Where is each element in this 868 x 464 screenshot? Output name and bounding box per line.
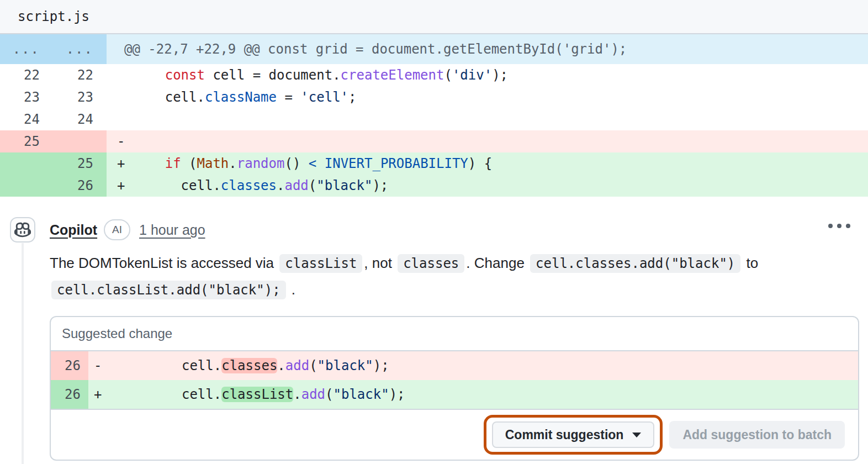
code-token: < — [309, 156, 316, 171]
code-token: "black" — [316, 178, 372, 193]
expand-hunk-down-button[interactable]: ... — [53, 34, 107, 64]
code-token: INVERT_PROBABILITY — [325, 156, 468, 171]
code-token: + cell. — [94, 387, 221, 402]
new-line-number[interactable]: 26 — [53, 175, 107, 197]
comment-text: . Change — [466, 255, 528, 271]
old-line-number[interactable]: 22 — [0, 64, 53, 86]
code-line: - cell.classes.add("black"); — [88, 351, 858, 380]
code-token: cell = document. — [205, 67, 341, 83]
kebab-menu-button[interactable] — [825, 220, 854, 231]
code-token: className — [205, 89, 277, 105]
comment-timestamp-link[interactable]: 1 hour ago — [139, 222, 205, 238]
diff-table: ... ... @@ -22,7 +22,9 @@ const grid = d… — [0, 34, 868, 197]
comment-text: , not — [364, 255, 396, 271]
add-suggestion-to-batch-button[interactable]: Add suggestion to batch — [669, 421, 845, 449]
code-token: ); — [373, 358, 389, 373]
code-token: = — [277, 89, 300, 105]
context-row: 2323 cell.className = 'cell'; — [0, 86, 868, 108]
old-line-number[interactable]: 24 — [0, 108, 53, 130]
comment-body: The DOMTokenList is accessed via classLi… — [50, 250, 854, 303]
code-line: const cell = document.createElement('div… — [107, 64, 868, 86]
old-line-number[interactable] — [0, 152, 53, 175]
code-token: "black" — [317, 358, 373, 373]
kebab-dot — [828, 224, 833, 228]
expand-hunk-up-button[interactable]: ... — [0, 34, 53, 64]
new-line-number[interactable] — [53, 130, 107, 152]
code-token: ( — [309, 178, 316, 193]
code-token: 'cell' — [300, 89, 348, 105]
new-line-number[interactable]: 24 — [53, 108, 107, 130]
suggestion-addition-row: 26+ cell.classList.add("black"); — [51, 380, 858, 409]
suggestion-deletion-row: 26- cell.classes.add("black"); — [51, 351, 858, 380]
new-line-number[interactable]: 23 — [53, 86, 107, 108]
review-comment: Copilot AI 1 hour ago The DOMTokenList i… — [0, 197, 868, 464]
code-line: + if (Math.random() < INVERT_PROBABILITY… — [107, 152, 868, 175]
file-header: script.js — [0, 0, 868, 34]
new-line-number[interactable]: 22 — [53, 64, 107, 86]
old-line-number[interactable]: 23 — [0, 86, 53, 108]
new-line-number[interactable]: 25 — [53, 152, 107, 175]
code-token: classes — [221, 178, 277, 193]
code-token: . — [277, 178, 284, 193]
del-row: 25- — [0, 130, 868, 152]
code-token: ( — [181, 156, 197, 171]
inline-code: classes — [398, 254, 464, 273]
hunk-header-text: @@ -22,7 +22,9 @@ const grid = document.… — [107, 34, 868, 64]
code-token: const — [165, 67, 205, 83]
code-token: + cell. — [117, 178, 221, 193]
pr-diff-view: script.js ... ... @@ -22,7 +22,9 @@ cons… — [0, 0, 868, 464]
thread-line — [22, 243, 24, 464]
code-token: + — [117, 156, 165, 171]
code-token: ); — [389, 387, 405, 402]
comment-text: to — [742, 255, 758, 271]
code-token: - — [117, 134, 125, 149]
code-token: add — [284, 178, 308, 193]
code-token: ( — [444, 67, 452, 83]
code-token: classes — [221, 358, 277, 373]
code-token: - cell. — [94, 358, 221, 373]
code-token: Math — [197, 156, 229, 171]
code-token: ; — [348, 89, 356, 105]
ai-badge: AI — [104, 219, 130, 240]
code-token: if — [165, 156, 181, 171]
commit-suggestion-button[interactable]: Commit suggestion — [492, 421, 655, 448]
code-token: createElement — [341, 67, 444, 83]
context-row: 2424 — [0, 108, 868, 130]
code-token: add — [301, 387, 325, 402]
hunk-row: ... ... @@ -22,7 +22,9 @@ const grid = d… — [0, 34, 868, 64]
file-name: script.js — [18, 9, 89, 24]
comment-text: . — [288, 281, 295, 298]
code-cell: cell.className = 'cell'; — [107, 86, 868, 108]
kebab-dot — [846, 224, 850, 228]
comment-header: Copilot AI 1 hour ago — [50, 217, 868, 242]
inline-code: cell.classList.add("black"); — [51, 281, 286, 299]
suggestion-rows: 26- cell.classes.add("black");26+ cell.c… — [51, 351, 858, 409]
code-token: classList — [221, 387, 293, 402]
code-token: ( — [325, 387, 333, 402]
comment-author-link[interactable]: Copilot — [50, 222, 97, 238]
kebab-dot — [837, 224, 841, 228]
copilot-icon — [14, 222, 31, 238]
code-token: . — [229, 156, 236, 171]
code-line: + cell.classes.add("black"); — [107, 175, 868, 197]
code-token: () — [284, 156, 308, 171]
code-token: ); — [492, 67, 508, 83]
old-line-number[interactable] — [0, 175, 53, 197]
dropdown-caret-icon — [632, 433, 641, 437]
code-token: ( — [309, 358, 317, 373]
code-token: 'div' — [452, 67, 492, 83]
code-token: . — [277, 358, 285, 373]
code-cell: + cell.classList.add("black"); — [88, 380, 858, 409]
annotation-highlight-ring: Commit suggestion — [484, 415, 663, 455]
comment-text-line: The DOMTokenList is accessed via classLi… — [50, 250, 854, 277]
line-number: 26 — [51, 351, 88, 380]
code-token: "black" — [334, 387, 389, 402]
old-line-number[interactable]: 25 — [0, 130, 53, 152]
code-cell: + cell.classes.add("black"); — [107, 175, 868, 197]
code-token: cell. — [117, 89, 205, 105]
code-cell: const cell = document.createElement('div… — [107, 64, 868, 86]
suggested-change-box: Suggested change 26- cell.classes.add("b… — [50, 316, 859, 461]
copilot-avatar[interactable] — [10, 217, 35, 242]
code-line: cell.className = 'cell'; — [107, 86, 868, 108]
code-cell: + if (Math.random() < INVERT_PROBABILITY… — [107, 152, 868, 175]
